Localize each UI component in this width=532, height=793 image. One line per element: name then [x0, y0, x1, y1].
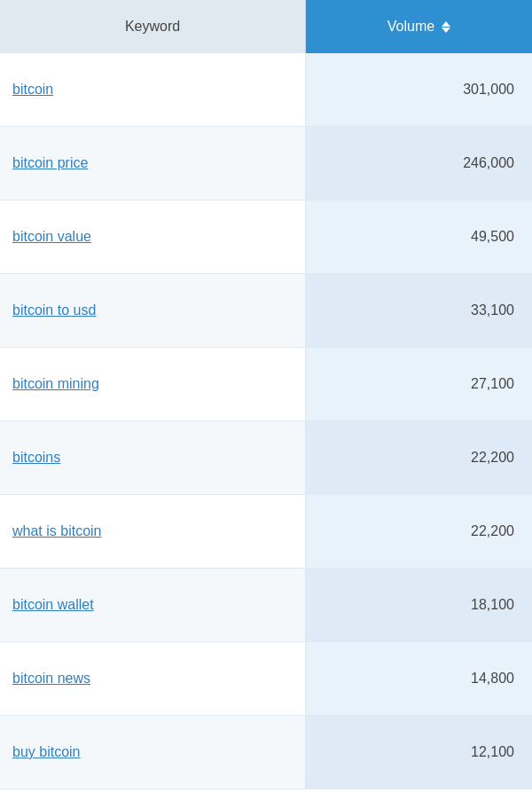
table-row: bitcoins22,200	[0, 421, 532, 495]
table-row: bitcoin value49,500	[0, 200, 532, 274]
sort-arrows-icon	[442, 21, 450, 33]
volume-cell: 246,000	[306, 127, 532, 200]
volume-cell: 14,800	[306, 642, 532, 715]
keyword-link[interactable]: buy bitcoin	[12, 744, 81, 760]
volume-cell: 27,100	[306, 348, 532, 420]
volume-cell: 22,200	[306, 421, 532, 494]
table-row: bitcoin news14,800	[0, 642, 532, 716]
sort-ascending-icon	[442, 21, 450, 27]
table-row: bitcoin301,000	[0, 53, 532, 127]
keyword-volume-table: Keyword Volume bitcoin301,000bitcoin pri…	[0, 0, 532, 789]
keyword-cell: what is bitcoin	[0, 495, 306, 568]
keyword-cell: bitcoin wallet	[0, 569, 306, 641]
keyword-cell: buy bitcoin	[0, 716, 306, 789]
keyword-cell: bitcoins	[0, 421, 306, 494]
table-row: what is bitcoin22,200	[0, 495, 532, 569]
keyword-header-label: Keyword	[125, 19, 180, 35]
keyword-link[interactable]: bitcoin price	[12, 155, 88, 171]
keyword-link[interactable]: what is bitcoin	[12, 523, 102, 539]
keyword-cell: bitcoin news	[0, 642, 306, 715]
keyword-link[interactable]: bitcoin	[12, 82, 53, 98]
keyword-link[interactable]: bitcoin to usd	[12, 302, 96, 318]
keyword-cell: bitcoin	[0, 53, 306, 126]
keyword-link[interactable]: bitcoin value	[12, 229, 91, 245]
keyword-link[interactable]: bitcoin wallet	[12, 597, 94, 613]
table-header: Keyword Volume	[0, 0, 532, 53]
sort-descending-icon	[442, 27, 450, 33]
volume-header-label: Volume	[387, 19, 434, 35]
keyword-cell: bitcoin value	[0, 200, 306, 273]
table-row: bitcoin to usd33,100	[0, 274, 532, 348]
volume-cell: 18,100	[306, 569, 532, 641]
table-row: buy bitcoin12,100	[0, 716, 532, 789]
table-row: bitcoin price246,000	[0, 127, 532, 200]
keyword-column-header: Keyword	[0, 0, 306, 53]
volume-column-header[interactable]: Volume	[306, 0, 532, 53]
keyword-cell: bitcoin mining	[0, 348, 306, 420]
keyword-cell: bitcoin to usd	[0, 274, 306, 347]
volume-cell: 301,000	[306, 53, 532, 126]
keyword-link[interactable]: bitcoin news	[12, 671, 90, 687]
table-row: bitcoin wallet18,100	[0, 569, 532, 642]
volume-cell: 33,100	[306, 274, 532, 347]
table-body: bitcoin301,000bitcoin price246,000bitcoi…	[0, 53, 532, 789]
keyword-cell: bitcoin price	[0, 127, 306, 200]
table-row: bitcoin mining27,100	[0, 348, 532, 421]
volume-cell: 12,100	[306, 716, 532, 789]
keyword-link[interactable]: bitcoins	[12, 450, 60, 466]
volume-cell: 22,200	[306, 495, 532, 568]
volume-cell: 49,500	[306, 200, 532, 273]
keyword-link[interactable]: bitcoin mining	[12, 376, 99, 392]
